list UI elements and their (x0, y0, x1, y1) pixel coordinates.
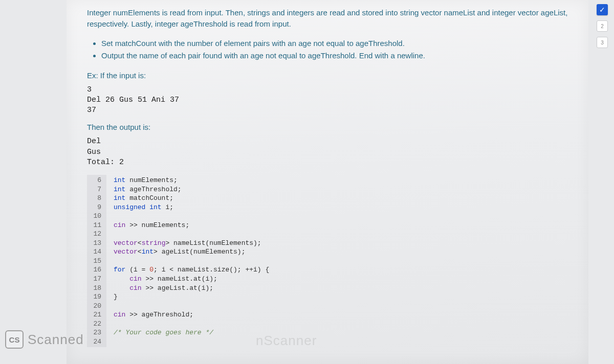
step-box-2[interactable]: 2 (597, 20, 608, 32)
code-editor[interactable]: 6 7 8 9 10 11 12 13 14 15 16 17 18 19 20… (87, 175, 573, 347)
problem-paragraph: Integer numElements is read from input. … (87, 7, 573, 30)
example-input: 3 Del 26 Gus 51 Ani 37 37 (87, 85, 573, 116)
example-output-label: Then the output is: (87, 123, 573, 131)
requirement-item: Output the name of each pair found with … (101, 50, 573, 62)
watermark-logo: CS (5, 330, 24, 349)
example-output: Del Gus Total: 2 (87, 136, 573, 168)
progress-rail: ✓ 2 3 (595, 4, 610, 48)
line-number-gutter: 6 7 8 9 10 11 12 13 14 15 16 17 18 19 20… (87, 175, 106, 347)
problem-page: Integer numElements is read from input. … (67, 0, 588, 364)
requirements-list: Set matchCount with the number of elemen… (101, 38, 573, 62)
step-box-3[interactable]: 3 (597, 37, 608, 48)
check-icon[interactable]: ✓ (597, 4, 608, 15)
example-input-label: Ex: If the input is: (87, 71, 573, 80)
code-content[interactable]: int numElements; int ageThreshold; int m… (106, 175, 269, 347)
requirement-item: Set matchCount with the number of elemen… (101, 38, 573, 50)
